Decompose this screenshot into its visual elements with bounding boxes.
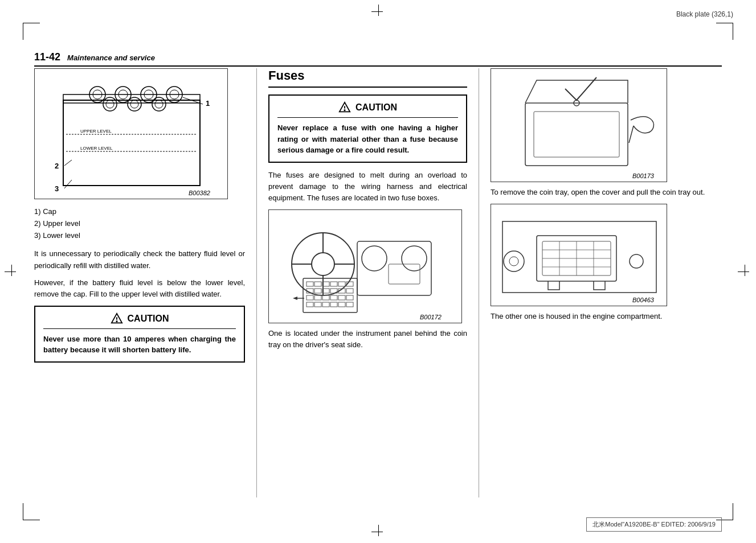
left-caution-label: CAUTION [128, 314, 169, 324]
svg-rect-58 [338, 295, 345, 300]
svg-rect-45 [330, 282, 337, 286]
left-column: UPPER LEVEL LOWER LEVEL 1 2 3 B00382 1) … [34, 68, 256, 497]
svg-rect-64 [338, 302, 345, 307]
svg-line-25 [64, 180, 72, 188]
svg-rect-62 [322, 302, 329, 307]
svg-text:1: 1 [206, 99, 210, 108]
svg-point-28 [116, 321, 117, 322]
legend-item-3: 3) Lower level [34, 230, 245, 242]
svg-point-81 [504, 251, 524, 272]
battery-diagram: UPPER LEVEL LOWER LEVEL 1 2 3 B00382 [34, 68, 228, 199]
crosshair-right [738, 265, 751, 278]
svg-point-39 [402, 246, 427, 271]
svg-point-83 [630, 254, 643, 268]
svg-rect-56 [322, 295, 329, 300]
svg-marker-67 [293, 297, 297, 300]
page-header: 11-42 Maintenance and service [34, 51, 722, 67]
engine-svg: B00463 [491, 204, 667, 306]
coin-tray-diagram: B00173 [491, 68, 667, 182]
svg-text:B00172: B00172 [420, 314, 442, 320]
middle-body-text: The fuses are designed to melt during an… [268, 170, 467, 204]
svg-text:3: 3 [55, 184, 59, 193]
crosshair-bottom [371, 525, 385, 538]
svg-rect-55 [314, 295, 321, 300]
svg-text:LOWER LEVEL: LOWER LEVEL [80, 146, 113, 151]
page-number: 11-42 [34, 51, 60, 63]
right-column: B00173 To remove the coin tray, open the… [479, 68, 722, 497]
coin-tray-caption: To remove the coin tray, open the cover … [491, 187, 722, 198]
left-caution-text: Never use more than 10 amperes when char… [43, 334, 236, 356]
middle-caution-box: CAUTION Never replace a fuse with one ha… [268, 94, 467, 163]
coin-tray-svg: B00173 [491, 69, 667, 182]
left-caution-box: CAUTION Never use more than 10 amperes w… [34, 306, 245, 363]
battery-svg: UPPER LEVEL LOWER LEVEL 1 2 3 B00382 [35, 69, 228, 199]
instrument-svg: B00172 [269, 210, 462, 323]
svg-rect-49 [314, 289, 321, 293]
corner-bracket-bl [23, 503, 40, 520]
left-body-text-1: It is unnecessary to periodically check … [34, 248, 245, 271]
svg-rect-46 [338, 282, 345, 286]
caution-icon-middle [338, 101, 351, 114]
svg-point-82 [509, 257, 518, 266]
svg-line-23 [64, 160, 72, 166]
svg-rect-60 [307, 302, 313, 307]
svg-rect-54 [307, 295, 313, 300]
svg-text:B00173: B00173 [632, 172, 655, 179]
legend-item-1: 1) Cap [34, 206, 245, 218]
instrument-caption: One is located under the instrument pane… [268, 328, 467, 351]
svg-point-11 [106, 100, 114, 108]
caution-icon-left [111, 312, 123, 325]
content-area: UPPER LEVEL LOWER LEVEL 1 2 3 B00382 1) … [34, 68, 722, 497]
svg-point-30 [344, 110, 345, 110]
legend-item-2: 2) Upper level [34, 218, 245, 230]
left-body-text-2: However, if the battery fluid level is b… [34, 277, 245, 300]
page: Black plate (326,1) 11-42 Maintenance an… [0, 0, 756, 543]
engine-diagram: B00463 [491, 204, 667, 306]
svg-rect-42 [307, 282, 313, 286]
middle-caution-label: CAUTION [355, 102, 397, 113]
svg-text:B00463: B00463 [632, 297, 655, 303]
engine-caption: The other one is housed in the engine co… [491, 311, 722, 322]
page-footer: 北米Model"A1920BE-B" EDITED: 2006/9/19 [586, 517, 722, 532]
crosshair-left [5, 265, 18, 278]
svg-rect-63 [330, 302, 337, 307]
svg-point-14 [152, 97, 166, 111]
svg-rect-71 [534, 112, 619, 157]
middle-caution-header: CAUTION [277, 101, 458, 118]
svg-point-15 [155, 100, 163, 108]
svg-rect-43 [314, 282, 321, 286]
svg-rect-61 [314, 302, 321, 307]
svg-rect-59 [346, 295, 353, 300]
svg-text:2: 2 [55, 162, 59, 170]
svg-point-12 [128, 97, 141, 111]
svg-text:UPPER LEVEL: UPPER LEVEL [80, 129, 112, 134]
svg-rect-53 [346, 289, 353, 293]
instrument-diagram: B00172 [268, 209, 462, 323]
corner-bracket-tr [716, 23, 733, 40]
middle-column: Fuses CAUTION Never replace a fuse with … [256, 68, 479, 497]
left-caution-header: CAUTION [43, 312, 236, 329]
plate-info: Black plate (326,1) [676, 10, 733, 18]
middle-caution-text: Never replace a fuse with one having a h… [277, 122, 458, 156]
svg-rect-69 [525, 103, 628, 166]
corner-bracket-tl [23, 23, 40, 40]
svg-point-13 [130, 100, 138, 108]
svg-rect-0 [63, 100, 200, 186]
section-title: Maintenance and service [67, 54, 155, 62]
battery-legend: 1) Cap 2) Upper level 3) Lower level [34, 206, 245, 241]
fuses-title: Fuses [268, 68, 467, 88]
svg-text:B00382: B00382 [189, 190, 210, 196]
svg-rect-57 [330, 295, 337, 300]
crosshair-top [371, 5, 385, 18]
svg-rect-40 [389, 264, 420, 284]
svg-point-10 [103, 97, 117, 111]
svg-rect-65 [346, 302, 353, 307]
svg-point-32 [312, 253, 334, 275]
svg-point-38 [362, 246, 387, 271]
